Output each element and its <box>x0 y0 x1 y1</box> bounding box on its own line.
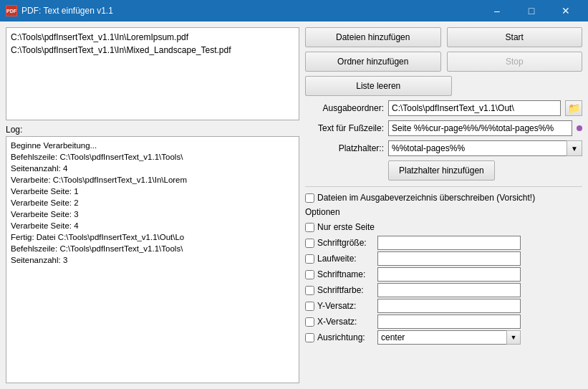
clear-list-button[interactable]: Liste leeren <box>305 76 452 96</box>
option-schriftname: Schriftname: <box>305 267 582 282</box>
y-versatz-input[interactable] <box>377 299 521 313</box>
left-panel: C:\Tools\pdfInsertText_v1.1\In\LoremIpsu… <box>6 27 299 383</box>
option-laufweite: Laufweite: <box>305 251 582 266</box>
log-content: Beginne Verarbeitung...Befehlszeile: C:\… <box>6 137 299 269</box>
log-line: Verarbeite Seite: 4 <box>11 220 294 231</box>
schriftgroesse-input[interactable] <box>377 236 521 250</box>
option-nur-erste-seite: Nur erste Seite <box>305 220 582 234</box>
options-section-label: Optionen <box>305 207 582 217</box>
maximize-button[interactable]: □ <box>515 0 548 21</box>
add-placeholder-row: Platzhalter hinzufügen <box>305 160 582 181</box>
schriftname-label: Schriftname: <box>317 269 375 279</box>
schriftgroesse-label: Schriftgröße: <box>317 238 375 248</box>
nur-erste-seite-label: Nur erste Seite <box>317 222 375 232</box>
placeholder-label: Platzhalter:: <box>305 143 384 153</box>
option-schriftgroesse: Schriftgröße: <box>305 236 582 250</box>
file-list-container[interactable]: C:\Tools\pdfInsertText_v1.1\In\LoremIpsu… <box>6 27 299 120</box>
log-line: Seitenanzahl: 3 <box>11 254 294 266</box>
folder-icon: 📁 <box>568 102 580 114</box>
title-bar-left: PDF PDF: Text einfügen v1.1 <box>6 5 113 16</box>
log-line: Verarbeite: C:\Tools\pdfInsertText_v1.1\… <box>11 174 294 186</box>
schriftname-checkbox[interactable] <box>305 270 314 279</box>
svg-text:PDF: PDF <box>6 9 17 14</box>
x-versatz-label: X-Versatz: <box>317 317 375 327</box>
ausrichtung-checkbox[interactable] <box>305 333 314 342</box>
indicator-dot <box>577 125 582 131</box>
output-folder-input[interactable] <box>388 100 561 116</box>
output-folder-label: Ausgabeordner: <box>305 103 384 113</box>
close-button[interactable]: ✕ <box>549 0 582 21</box>
footer-text-label: Text für Fußzeile: <box>305 123 384 133</box>
option-x-versatz: X-Versatz: <box>305 314 582 329</box>
schriftgroesse-checkbox[interactable] <box>305 239 314 248</box>
x-versatz-checkbox[interactable] <box>305 317 314 327</box>
schriftfarbe-input[interactable] <box>377 283 521 297</box>
browse-folder-button[interactable]: 📁 <box>565 100 582 116</box>
log-line: Befehlszeile: C:\Tools\pdfInsertText_v1.… <box>11 243 294 254</box>
app-icon: PDF <box>6 5 17 16</box>
log-line: Seitenanzahl: 4 <box>11 163 294 174</box>
schriftfarbe-label: Schriftfarbe: <box>317 285 375 295</box>
minimize-button[interactable]: – <box>481 0 514 21</box>
ausrichtung-label: Ausrichtung: <box>317 332 375 342</box>
overwrite-label: Dateien im Ausgabeverzeichnis überschrei… <box>317 193 535 203</box>
y-versatz-label: Y-Versatz: <box>317 301 375 311</box>
option-ausrichtung: Ausrichtung: center left right ▼ <box>305 330 582 345</box>
add-placeholder-button[interactable]: Platzhalter hinzufügen <box>388 160 495 181</box>
log-section: Log: Beginne Verarbeitung...Befehlszeile… <box>6 125 299 383</box>
file-list-content: C:\Tools\pdfInsertText_v1.1\In\LoremIpsu… <box>6 28 299 59</box>
title-bar-controls: – □ ✕ <box>481 0 582 21</box>
schriftname-input[interactable] <box>377 267 521 282</box>
add-files-button[interactable]: Dateien hinzufügen <box>305 27 441 47</box>
option-schriftfarbe: Schriftfarbe: <box>305 283 582 297</box>
log-line: Verarbeite Seite: 3 <box>11 208 294 220</box>
overwrite-checkbox[interactable] <box>305 193 314 203</box>
stop-button[interactable]: Stop <box>447 52 583 72</box>
divider <box>305 186 582 187</box>
laufweite-checkbox[interactable] <box>305 254 314 264</box>
x-versatz-input[interactable] <box>377 314 521 329</box>
footer-text-row: Text für Fußzeile: <box>305 120 582 136</box>
clear-button-row: Liste leeren <box>305 76 582 96</box>
main-content: C:\Tools\pdfInsertText_v1.1\In\LoremIpsu… <box>0 21 588 389</box>
log-line: Befehlszeile: C:\Tools\pdfInsertText_v1.… <box>11 151 294 163</box>
title-text: PDF: Text einfügen v1.1 <box>21 6 113 16</box>
schriftfarbe-checkbox[interactable] <box>305 286 314 295</box>
placeholder-select[interactable]: %%total-pages%% %%cur-page%% %%filename%… <box>388 140 582 156</box>
top-buttons-row: Dateien hinzufügen Start <box>305 27 582 47</box>
nur-erste-seite-checkbox[interactable] <box>305 223 314 232</box>
title-bar: PDF PDF: Text einfügen v1.1 – □ ✕ <box>0 0 588 21</box>
log-line: Beginne Verarbeitung... <box>11 140 294 151</box>
ausrichtung-select[interactable]: center left right <box>377 330 521 345</box>
log-line: Verarbeite Seite: 1 <box>11 186 294 197</box>
output-folder-row: Ausgabeordner: 📁 <box>305 100 582 116</box>
y-versatz-checkbox[interactable] <box>305 302 314 311</box>
right-panel: Dateien hinzufügen Start Ordner hinzufüg… <box>305 27 582 383</box>
log-label: Log: <box>6 125 299 135</box>
list-item: C:\Tools\pdfInsertText_v1.1\In\Mixed_Lan… <box>11 44 294 57</box>
log-container[interactable]: Beginne Verarbeitung...Befehlszeile: C:\… <box>6 136 299 383</box>
middle-buttons-row: Ordner hinzufügen Stop <box>305 52 582 72</box>
footer-text-input[interactable] <box>388 120 572 136</box>
laufweite-label: Laufweite: <box>317 254 375 264</box>
log-line: Fertig: Datei C:\Tools\pdfInsertText_v1.… <box>11 231 294 243</box>
option-y-versatz: Y-Versatz: <box>305 299 582 313</box>
overwrite-row: Dateien im Ausgabeverzeichnis überschrei… <box>305 193 582 203</box>
add-folder-button[interactable]: Ordner hinzufügen <box>305 52 441 72</box>
options-section: Optionen Nur erste Seite Schriftgröße: L… <box>305 207 582 345</box>
log-line: Verarbeite Seite: 2 <box>11 197 294 208</box>
ausrichtung-select-container: center left right ▼ <box>377 330 521 345</box>
placeholder-row: Platzhalter:: %%total-pages%% %%cur-page… <box>305 140 582 156</box>
placeholder-dropdown-container: %%total-pages%% %%cur-page%% %%filename%… <box>388 140 582 156</box>
laufweite-input[interactable] <box>377 251 521 266</box>
start-button[interactable]: Start <box>447 27 583 47</box>
list-item: C:\Tools\pdfInsertText_v1.1\In\LoremIpsu… <box>11 31 294 44</box>
